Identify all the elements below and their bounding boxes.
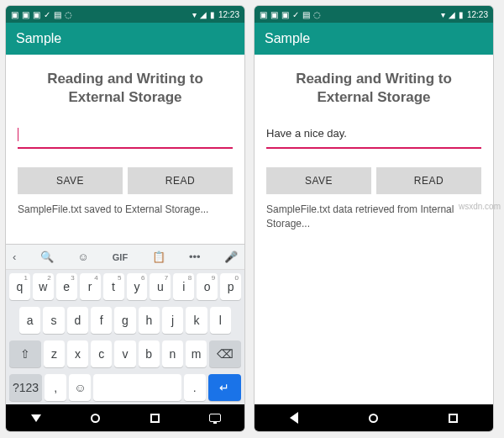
key-u[interactable]: u7	[150, 273, 171, 300]
wifi-icon: ▾	[441, 10, 445, 19]
nav-keyboard-icon[interactable]	[209, 412, 221, 424]
status-icon: ✓	[44, 10, 50, 19]
watermark: wsxdn.com	[459, 202, 501, 211]
kb-clipboard-icon[interactable]: 📋	[152, 251, 165, 263]
nav-home-icon[interactable]	[90, 412, 102, 424]
key-v[interactable]: v	[114, 340, 135, 367]
status-bar: ▣ ▣ ▣ ✓ ▤ ◌ ▾ ◢ ▮ 12:23	[6, 6, 244, 23]
battery-icon: ▮	[210, 10, 215, 19]
key-period[interactable]: .	[184, 374, 206, 401]
keyboard-toolbar: ‹ 🔍 ☺ GIF 📋 ••• 🎤	[6, 245, 244, 270]
signal-icon: ◢	[200, 10, 207, 19]
status-icon: ▣	[270, 10, 278, 19]
key-q[interactable]: q1	[9, 273, 30, 300]
status-message: SampleFile.txt saved to External Storage…	[18, 203, 233, 217]
key-i[interactable]: i8	[173, 273, 194, 300]
nav-back-icon[interactable]	[288, 412, 300, 424]
page-title: Reading and Writing to External Storage	[18, 70, 233, 107]
status-icon: ◌	[65, 10, 72, 19]
text-input[interactable]	[18, 122, 233, 149]
android-nav-bar	[6, 404, 244, 431]
phone-left: ▣ ▣ ▣ ✓ ▤ ◌ ▾ ◢ ▮ 12:23 Sample Reading a…	[5, 5, 245, 432]
key-o[interactable]: o9	[197, 273, 218, 300]
kb-more-icon[interactable]: •••	[189, 251, 201, 263]
key-shift[interactable]: ⇧	[9, 340, 41, 367]
app-title: Sample	[16, 31, 61, 46]
key-enter[interactable]: ↵	[208, 374, 241, 401]
nav-recent-icon[interactable]	[150, 412, 161, 424]
save-button[interactable]: SAVE	[18, 167, 123, 194]
status-icon: ▣	[33, 10, 40, 19]
kb-mic-icon[interactable]: 🎤	[224, 251, 238, 263]
key-comma[interactable]: ,	[45, 374, 66, 401]
key-w[interactable]: w2	[33, 273, 54, 300]
read-button[interactable]: READ	[128, 167, 233, 194]
status-bar: ▣ ▣ ▣ ✓ ▤ ◌ ▾ ◢ ▮ 12:23	[255, 6, 493, 23]
key-e[interactable]: e3	[56, 273, 77, 300]
kb-search-icon[interactable]: 🔍	[40, 251, 54, 263]
status-icon: ▤	[54, 10, 61, 19]
text-input[interactable]: Have a nice day.	[266, 122, 481, 149]
clock: 12:23	[218, 10, 239, 19]
key-backspace[interactable]: ⌫	[209, 340, 241, 367]
status-icon: ◌	[313, 10, 321, 19]
key-c[interactable]: c	[91, 340, 112, 367]
app-title: Sample	[265, 31, 310, 46]
key-emoji[interactable]: ☺	[69, 374, 91, 401]
signal-icon: ◢	[449, 10, 455, 19]
key-b[interactable]: b	[139, 340, 160, 367]
phone-right: ▣ ▣ ▣ ✓ ▤ ◌ ▾ ◢ ▮ 12:23 Sample Reading a…	[254, 5, 494, 432]
kb-sticker-icon[interactable]: ☺	[77, 251, 88, 263]
key-k[interactable]: k	[186, 307, 207, 334]
app-bar: Sample	[6, 23, 244, 55]
key-g[interactable]: g	[114, 307, 135, 334]
status-message: SampleFile.txt data retrieved from Inter…	[266, 203, 481, 231]
key-s[interactable]: s	[43, 307, 64, 334]
key-l[interactable]: l	[210, 307, 231, 334]
key-x[interactable]: x	[67, 340, 88, 367]
key-a[interactable]: a	[19, 307, 40, 334]
status-icon: ▣	[260, 10, 267, 19]
android-nav-bar	[255, 404, 493, 431]
key-f[interactable]: f	[91, 307, 112, 334]
key-space[interactable]	[93, 374, 181, 401]
status-icon: ▣	[22, 10, 29, 19]
key-symbols[interactable]: ?123	[9, 374, 42, 401]
nav-down-icon[interactable]	[30, 412, 42, 424]
battery-icon: ▮	[459, 10, 464, 19]
key-h[interactable]: h	[139, 307, 160, 334]
key-d[interactable]: d	[67, 307, 88, 334]
nav-recent-icon[interactable]	[448, 412, 459, 424]
status-icon: ✓	[292, 10, 299, 19]
key-t[interactable]: t5	[103, 273, 124, 300]
key-z[interactable]: z	[44, 340, 65, 367]
nav-home-icon[interactable]	[368, 412, 380, 424]
app-bar: Sample	[255, 23, 493, 55]
read-button[interactable]: READ	[376, 167, 481, 194]
save-button[interactable]: SAVE	[266, 167, 371, 194]
key-j[interactable]: j	[162, 307, 183, 334]
key-m[interactable]: m	[186, 340, 207, 367]
status-icon: ▤	[302, 10, 310, 19]
key-y[interactable]: y6	[127, 273, 148, 300]
clock: 12:23	[467, 10, 488, 19]
kb-collapse-icon[interactable]: ‹	[13, 251, 16, 263]
soft-keyboard[interactable]: ‹ 🔍 ☺ GIF 📋 ••• 🎤 q1w2e3r4t5y6u7i8o9p0 a…	[6, 244, 244, 404]
key-n[interactable]: n	[162, 340, 183, 367]
page-title: Reading and Writing to External Storage	[266, 70, 481, 107]
key-r[interactable]: r4	[80, 273, 101, 300]
kb-gif-button[interactable]: GIF	[113, 252, 128, 262]
status-icon: ▣	[281, 10, 289, 19]
key-p[interactable]: p0	[220, 273, 241, 300]
wifi-icon: ▾	[192, 10, 197, 19]
status-icon: ▣	[11, 10, 18, 19]
